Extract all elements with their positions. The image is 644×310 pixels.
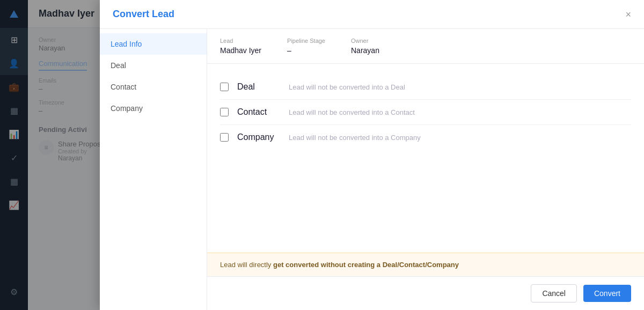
- deal-label[interactable]: Deal: [237, 82, 280, 92]
- company-hint: Lead will not be converted into a Compan…: [289, 134, 421, 142]
- nav-item-contact[interactable]: Contact: [100, 76, 207, 98]
- company-checkbox[interactable]: [220, 133, 229, 142]
- owner-lead-value: Narayan: [351, 46, 379, 55]
- convert-lead-modal: Convert Lead × Lead Info Deal Contact Co…: [100, 0, 644, 310]
- modal-nav: Lead Info Deal Contact Company: [100, 29, 207, 310]
- conversion-options: Deal Lead will not be converted into a D…: [207, 64, 644, 253]
- convert-button[interactable]: Convert: [583, 285, 631, 302]
- conversion-contact-item: Contact Lead will not be converted into …: [220, 100, 631, 125]
- modal-footer: Cancel Convert: [207, 276, 644, 310]
- modal-body: Lead Info Deal Contact Company Lead Madh…: [100, 29, 644, 310]
- deal-checkbox[interactable]: [220, 83, 229, 91]
- lead-label: Lead: [220, 38, 261, 44]
- conversion-deal-item: Deal Lead will not be converted into a D…: [220, 75, 631, 100]
- contact-label[interactable]: Contact: [237, 107, 280, 117]
- pipeline-label: Pipeline Stage: [287, 38, 325, 44]
- nav-item-deal[interactable]: Deal: [100, 55, 207, 76]
- warning-banner: Lead will directly get converted without…: [207, 253, 644, 276]
- lead-info-bar: Lead Madhav Iyer Pipeline Stage – Owner …: [207, 29, 644, 64]
- company-label[interactable]: Company: [237, 132, 280, 142]
- modal-main: Lead Madhav Iyer Pipeline Stage – Owner …: [207, 29, 644, 310]
- nav-item-lead-info[interactable]: Lead Info: [100, 33, 207, 55]
- lead-value: Madhav Iyer: [220, 46, 261, 55]
- modal-close-button[interactable]: ×: [625, 10, 631, 19]
- deal-hint: Lead will not be converted into a Deal: [289, 83, 405, 91]
- contact-hint: Lead will not be converted into a Contac…: [289, 108, 415, 116]
- contact-checkbox[interactable]: [220, 108, 229, 116]
- lead-field: Lead Madhav Iyer: [220, 38, 261, 55]
- pipeline-value: –: [287, 46, 325, 55]
- warning-text-prefix: Lead will directly: [220, 261, 273, 269]
- modal-header: Convert Lead ×: [100, 0, 644, 29]
- owner-field: Owner Narayan: [351, 38, 379, 55]
- nav-item-company[interactable]: Company: [100, 98, 207, 119]
- cancel-button[interactable]: Cancel: [531, 284, 577, 302]
- owner-lead-label: Owner: [351, 38, 379, 44]
- warning-text-bold: get converted without creating a Deal/Co…: [273, 261, 459, 269]
- conversion-company-item: Company Lead will not be converted into …: [220, 125, 631, 150]
- pipeline-stage-field: Pipeline Stage –: [287, 38, 325, 55]
- modal-title: Convert Lead: [113, 9, 174, 20]
